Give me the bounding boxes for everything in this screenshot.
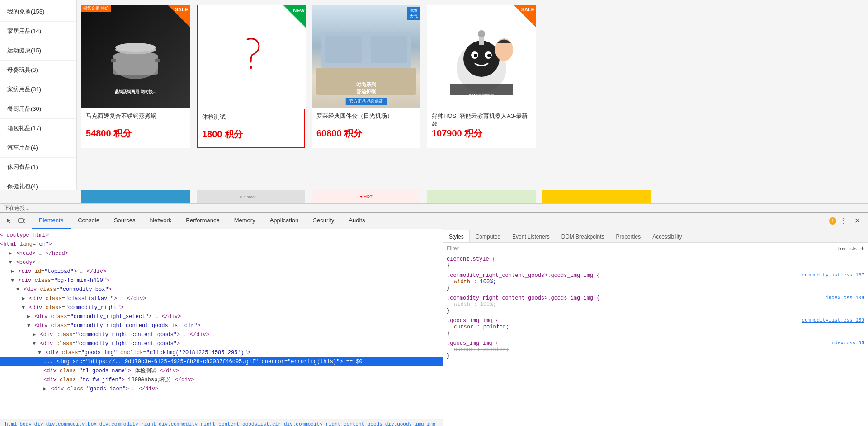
css-source-2[interactable]: index.css:109 <box>826 295 864 300</box>
devtools-toolbar: Elements Console Sources Network Perform… <box>0 213 868 229</box>
dom-line-4[interactable]: ▶ <div id="topload"> … </div> <box>0 267 443 276</box>
dom-line-5[interactable]: ▼ <div class="bg-f5 min-h400"> <box>0 276 443 285</box>
sidebar-item-9[interactable]: 保健礼包(4) <box>0 177 76 190</box>
dom-line-10[interactable]: ▼ <div class="commodity_right_content go… <box>0 321 443 330</box>
breadcrumb-div1[interactable]: div <box>33 421 45 426</box>
tab-audits[interactable]: Audits <box>341 213 372 229</box>
css-rule-2: index.css:109 .commodity_right_content_g… <box>447 295 864 314</box>
product-grid: SALE 蒸锅汤锅两用 均匀快... <box>77 0 868 190</box>
product-price-0: 54800 积分 <box>81 126 190 141</box>
styles-tab-list: Styles Computed Event Listeners DOM Brea… <box>443 229 868 243</box>
dom-line-16[interactable]: <div class="tc fw jifen"> 1800&nbsp;积分 <… <box>0 375 443 384</box>
css-source-4[interactable]: index.css:95 <box>829 340 864 346</box>
sidebar-item-3[interactable]: 母婴玩具(3) <box>0 61 76 80</box>
product-title-0: 马克西姆复合不锈钢蒸煮锅 <box>81 108 190 126</box>
svg-text:Diplomat: Diplomat <box>240 195 256 199</box>
sidebar-item-2[interactable]: 运动健康(15) <box>0 41 76 61</box>
devtools-body: <!doctype html> <html lang="en"> ▶ <head… <box>0 229 868 426</box>
tab-elements[interactable]: Elements <box>32 213 71 229</box>
sidebar-item-1[interactable]: 家居用品(14) <box>0 22 76 41</box>
dom-line-0[interactable]: <!doctype html> <box>0 231 443 240</box>
devtools-right-controls: 1 ⋮ ✕ <box>829 215 865 227</box>
partial-card-2: Diplomat <box>197 190 305 203</box>
product-title-1: 体检测试 <box>198 109 304 126</box>
product-card-0[interactable]: SALE 蒸锅汤锅两用 均匀快... <box>81 5 190 148</box>
svg-point-16 <box>474 54 477 57</box>
dom-line-11[interactable]: ▶ <div class="commodity_right_content_go… <box>0 330 443 339</box>
breadcrumb-html[interactable]: html <box>4 421 18 426</box>
tab-application[interactable]: Application <box>263 213 306 229</box>
css-rule-element-style: element.style { } <box>447 256 864 269</box>
css-source-3[interactable]: commoditylist.css:153 <box>802 318 864 323</box>
tab-sources[interactable]: Sources <box>107 213 143 229</box>
styles-tab-dom-breakpoints[interactable]: DOM Breakpoints <box>556 230 610 243</box>
product-visual-0 <box>108 25 163 88</box>
partial-card-5 <box>542 190 651 203</box>
styles-tab-styles[interactable]: Styles <box>443 230 470 243</box>
sale-badge-0: SALE <box>175 7 188 12</box>
sidebar-item-7[interactable]: 汽车用品(4) <box>0 138 76 158</box>
more-options-button[interactable]: ⋮ <box>837 215 850 227</box>
bed-overlay: 时尚系列舒适护眠 <box>356 81 376 95</box>
css-rule-3: commoditylist.css:153 .goods_img img { c… <box>447 318 864 337</box>
styles-tab-event-listeners[interactable]: Event Listeners <box>506 230 556 243</box>
dom-line-17[interactable]: ▶ <div class="goods_icon"> … </div> <box>0 384 443 393</box>
svg-point-7 <box>250 66 252 69</box>
dom-line-13[interactable]: ▼ <div class="goods_img" onclick="clicki… <box>0 348 443 357</box>
breadcrumb-commodity-box[interactable]: div.commodity.box <box>45 421 98 426</box>
tab-network[interactable]: Network <box>143 213 179 229</box>
css-rule-3-prop-0: cursor : pointer; <box>454 324 864 330</box>
devtools-panel: Elements Console Sources Network Perform… <box>0 212 868 426</box>
sidebar-item-4[interactable]: 家纺用品(31) <box>0 80 76 99</box>
device-toggle-icon[interactable] <box>15 215 28 227</box>
tab-console[interactable]: Console <box>71 213 107 229</box>
dom-line-7[interactable]: ▶ <div class="classListNav "> … </div> <box>0 294 443 303</box>
styles-content[interactable]: element.style { } commoditylist.css:167 … <box>443 254 868 426</box>
inspect-element-icon[interactable] <box>3 215 15 227</box>
add-style-rule-button[interactable]: + <box>860 245 864 252</box>
svg-rect-9 <box>326 36 362 63</box>
breadcrumb-goods-img[interactable]: div.goods_img <box>384 421 425 426</box>
breadcrumb-content-goodslist[interactable]: div.commodity_right_content.goodslist.cl… <box>157 421 283 426</box>
dom-line-1[interactable]: <html lang="en"> <box>0 240 443 249</box>
dom-line-12[interactable]: ▼ <div class="commodity_right_content_go… <box>0 339 443 348</box>
css-rule-4-selector: index.css:95 .goods_img img { <box>447 340 864 346</box>
sidebar-item-0[interactable]: 我的兑换(153) <box>0 2 76 22</box>
dom-line-14-selected[interactable]: ... <img src="https://...9dd70c3e-6125-4… <box>0 357 443 366</box>
dom-line-3[interactable]: ▼ <body> <box>0 258 443 267</box>
product-card-3[interactable]: SALE <box>427 5 536 148</box>
status-text: 正在连接... <box>4 204 30 212</box>
browser-status-bar: 正在连接... <box>0 203 868 212</box>
dom-tree[interactable]: <!doctype html> <html lang="en"> ▶ <head… <box>0 229 443 419</box>
product-card-1[interactable]: NEW 体检测试 1800 积分 <box>197 5 305 148</box>
css-rule-1-prop-0: width : 100%; <box>454 279 864 285</box>
tab-performance[interactable]: Performance <box>179 213 226 229</box>
product-card-2[interactable]: 优雅大气 时尚系列舒适护眠 官方正品 品质保证 罗莱经典四件套（日光机场） 60… <box>312 5 420 148</box>
styles-tab-computed[interactable]: Computed <box>470 230 506 243</box>
sidebar-item-6[interactable]: 箱包礼品(17) <box>0 119 76 138</box>
css-source-1[interactable]: commoditylist.css:167 <box>802 272 864 278</box>
dom-line-9[interactable]: ▶ <div class="commodity_right_select"> …… <box>0 312 443 321</box>
breadcrumb-body[interactable]: body <box>18 421 33 426</box>
dom-line-8[interactable]: ▼ <div class="commodity_right"> <box>0 303 443 312</box>
breadcrumb-img[interactable]: img <box>425 421 437 426</box>
browser-window: 我的兑换(153) 家居用品(14) 运动健康(15) 母婴玩具(3) 家纺用品… <box>0 0 868 426</box>
breadcrumb-commodity-right[interactable]: div.commodity_right <box>98 421 157 426</box>
svg-rect-6 <box>155 59 160 62</box>
tab-memory[interactable]: Memory <box>227 213 263 229</box>
sidebar-item-8[interactable]: 休闲食品(1) <box>0 158 76 177</box>
class-toggle-button[interactable]: .cls <box>849 246 857 251</box>
sidebar-item-5[interactable]: 餐厨用品(30) <box>0 99 76 119</box>
dom-line-6[interactable]: ▼ <div class="commodity box"> <box>0 285 443 294</box>
css-rule-4-prop-0: cursor : pointer; <box>454 346 864 353</box>
styles-filter-input[interactable] <box>447 245 832 252</box>
close-devtools-button[interactable]: ✕ <box>851 215 863 227</box>
dom-line-2[interactable]: ▶ <head> … </head> <box>0 249 443 258</box>
styles-tab-accessibility[interactable]: Accessibility <box>646 230 688 243</box>
tab-security[interactable]: Security <box>306 213 341 229</box>
pseudo-states-button[interactable]: :hov <box>836 246 845 251</box>
styles-tab-properties[interactable]: Properties <box>610 230 646 243</box>
product-title-3: 好帅HOST智能云教育机器人A3-最新款 <box>427 108 536 126</box>
dom-line-15[interactable]: <div class="tl goods_name"> 体检测试 </div> <box>0 366 443 375</box>
breadcrumb-content-goods[interactable]: div.commodity_right_content_goods <box>283 421 384 426</box>
